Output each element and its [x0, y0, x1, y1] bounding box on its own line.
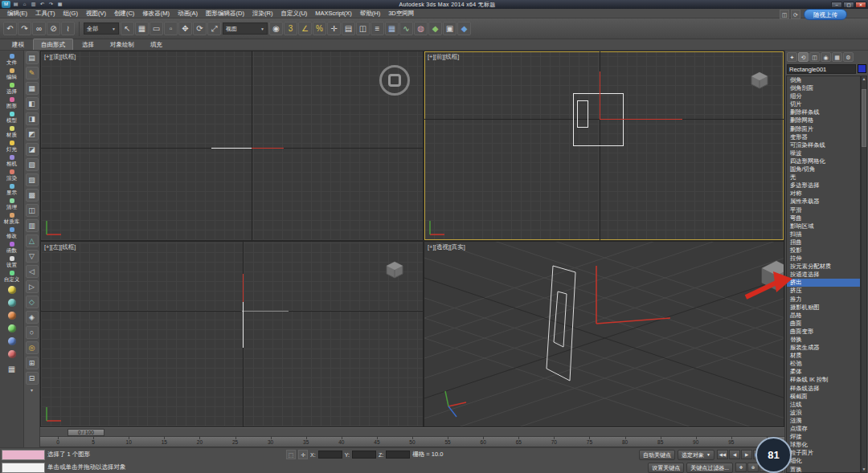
- modifier-list-item[interactable]: 四边形网格化: [787, 157, 860, 165]
- modifier-list-item[interactable]: 材质: [787, 352, 860, 360]
- toolbar-icon[interactable]: ◫: [356, 22, 370, 35]
- menu-item[interactable]: 视图(V): [82, 9, 110, 18]
- toolbar-icon[interactable]: ▭: [149, 22, 163, 35]
- tray-icon[interactable]: ◫: [780, 10, 789, 19]
- toolbar-icon[interactable]: ◆: [428, 22, 442, 35]
- menu-item[interactable]: 渲染(R): [248, 9, 276, 18]
- toolbar-icon[interactable]: ∿: [399, 22, 413, 35]
- viewport-top[interactable]: [+][顶][线框]: [40, 51, 424, 241]
- modifier-list-item[interactable]: 样条线选择: [787, 385, 860, 393]
- upload-button[interactable]: 随视上传: [804, 9, 847, 20]
- tray-icon[interactable]: ⟳: [791, 10, 800, 19]
- modifier-list-item[interactable]: 焊接: [787, 433, 860, 441]
- toolbar-icon[interactable]: ◆: [457, 22, 471, 35]
- toolbar-icon[interactable]: ⊘: [47, 22, 60, 35]
- sidebar-item[interactable]: 渲染: [6, 168, 17, 182]
- sidebar-item[interactable]: 相机: [6, 153, 17, 168]
- reference-coordinate-combo[interactable]: 视图 ▼: [223, 22, 268, 35]
- view-cube-icon[interactable]: [386, 261, 403, 279]
- modifier-list-item[interactable]: 删除面片: [787, 125, 860, 133]
- vertical-toolbar-icon[interactable]: ◁: [26, 265, 39, 278]
- vertical-toolbar-icon[interactable]: ◫: [26, 204, 39, 217]
- modifier-list-item[interactable]: 横截面: [787, 393, 860, 401]
- modifier-list-item[interactable]: 壳: [787, 173, 860, 181]
- modifier-list-item[interactable]: 对称: [787, 190, 860, 198]
- scroll-up-icon[interactable]: ▲: [862, 76, 866, 82]
- menu-item[interactable]: 自定义(U): [276, 9, 311, 18]
- toolbar-icon[interactable]: ∠: [298, 22, 312, 35]
- grid-icon[interactable]: ▦: [8, 365, 15, 373]
- modifier-list-item[interactable]: 推力: [787, 296, 860, 304]
- toolbar-icon[interactable]: ≡: [371, 22, 384, 35]
- modifier-list-item[interactable]: 影响区域: [787, 222, 860, 230]
- vertical-toolbar-icon[interactable]: ▽: [26, 250, 39, 263]
- sidebar-item[interactable]: 文件: [6, 52, 17, 67]
- vertical-toolbar-icon[interactable]: ◇: [26, 296, 39, 308]
- modifier-list-item[interactable]: 替换: [787, 336, 860, 344]
- menu-item[interactable]: 3D空间网: [384, 9, 418, 18]
- toolbar-icon[interactable]: ▦: [135, 22, 149, 35]
- viewport-nav-button[interactable]: ⊕: [747, 463, 759, 472]
- scroll-down-icon[interactable]: ▼: [862, 467, 866, 472]
- vertical-toolbar-icon[interactable]: ◈: [26, 311, 39, 324]
- quick-access-icon[interactable]: ⌂: [21, 1, 28, 8]
- sidebar-tool-ball-icon[interactable]: [8, 324, 16, 332]
- toolbar-icon[interactable]: ▤: [342, 22, 355, 35]
- selection-filter-combo[interactable]: 全部 ▼: [84, 22, 119, 35]
- sidebar-tool-ball-icon[interactable]: [8, 299, 16, 307]
- modifier-list-item[interactable]: 球形化: [787, 441, 860, 449]
- sidebar-tool-ball-icon[interactable]: [8, 286, 16, 294]
- modifier-list-item[interactable]: 挤出: [787, 279, 860, 287]
- sidebar-item[interactable]: 模型: [6, 110, 17, 124]
- ribbon-tab[interactable]: 选择: [75, 39, 101, 50]
- modifier-list-item[interactable]: 投影: [787, 247, 860, 255]
- timeline-ruler[interactable]: 0510152025303540455055606570758085909510…: [40, 437, 784, 447]
- toolbar-icon[interactable]: ▫: [164, 22, 178, 35]
- selected-mode-combo[interactable]: 选定对象 ▼: [678, 450, 714, 460]
- modifier-list-item[interactable]: 倒角剖面: [787, 84, 860, 92]
- vertical-toolbar-icon[interactable]: ▧: [26, 158, 39, 171]
- menu-item[interactable]: 动画(A): [174, 9, 202, 18]
- command-panel-tab[interactable]: ◉: [821, 52, 831, 62]
- modifier-list-item[interactable]: 细分: [787, 92, 860, 100]
- vertical-toolbar-icon[interactable]: ◧: [26, 97, 39, 110]
- selection-lock-icon[interactable]: ⬚: [286, 450, 296, 459]
- modifier-list-item[interactable]: 弯曲: [787, 214, 860, 222]
- maximize-button[interactable]: ▢: [843, 2, 854, 8]
- viewport-top-label[interactable]: [+][顶][线框]: [44, 53, 76, 61]
- command-panel-tab[interactable]: ⟲: [798, 52, 809, 62]
- modifier-list-item[interactable]: 置换: [787, 466, 860, 473]
- ribbon-tab[interactable]: 对象绘制: [103, 39, 141, 50]
- quick-access-icon[interactable]: ↶: [39, 1, 46, 8]
- modifier-list-item[interactable]: 拉伸: [787, 255, 860, 263]
- sidebar-item[interactable]: 图形: [6, 96, 17, 110]
- modifier-list-item[interactable]: 多边形选择: [787, 181, 860, 190]
- toolbar-icon[interactable]: ↶: [3, 22, 17, 35]
- toolbar-icon[interactable]: ↷: [18, 22, 31, 35]
- auto-key-button[interactable]: 自动关键点: [639, 450, 675, 460]
- menu-item[interactable]: 修改器(M): [138, 9, 174, 18]
- sidebar-item[interactable]: 自定义: [4, 269, 20, 283]
- vertical-toolbar-icon[interactable]: ✎: [26, 67, 39, 80]
- modifier-list-item[interactable]: 平滑: [787, 206, 860, 214]
- sidebar-item[interactable]: 材质: [6, 124, 17, 139]
- modifier-list-item[interactable]: 晶格: [787, 312, 860, 320]
- vertical-toolbar-icon[interactable]: ○: [26, 326, 39, 339]
- vertical-toolbar-icon[interactable]: ▷: [26, 280, 39, 293]
- modifier-list-item[interactable]: 波浪: [787, 409, 860, 417]
- toolbar-icon[interactable]: %: [313, 22, 326, 35]
- object-name-field[interactable]: Rectangle001: [787, 64, 856, 74]
- toolbar-icon[interactable]: ∞: [32, 22, 46, 35]
- modifier-list-item[interactable]: 按通道选择: [787, 271, 860, 279]
- playback-button[interactable]: ▶: [741, 450, 752, 459]
- modifier-list-item[interactable]: 点缓存: [787, 425, 860, 433]
- vertical-toolbar-icon[interactable]: ▩: [26, 189, 39, 202]
- toolbar-icon[interactable]: ◍: [414, 22, 428, 35]
- vertical-toolbar-icon[interactable]: ▨: [26, 173, 39, 186]
- recorder-overlay-badge[interactable]: 81: [755, 437, 792, 473]
- toolbar-icon[interactable]: ✛: [327, 22, 341, 35]
- maxscript-mini-listener-white[interactable]: [2, 463, 45, 473]
- modifier-list-item[interactable]: 圆角/切角: [787, 165, 860, 173]
- viewport-left[interactable]: [+][左][线框]: [40, 241, 424, 427]
- modifier-list-item[interactable]: 曲面: [787, 320, 860, 328]
